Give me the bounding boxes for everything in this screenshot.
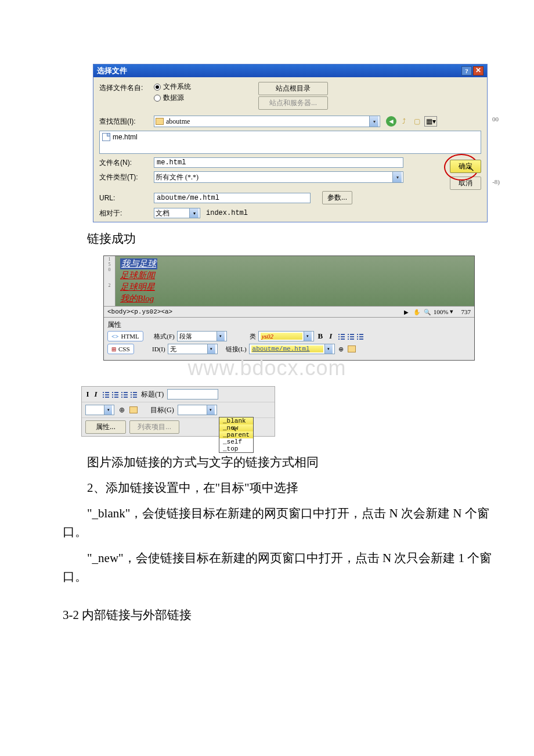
browse-folder-icon[interactable] <box>129 406 138 413</box>
lookin-combo[interactable]: aboutme ▾ <box>154 116 380 127</box>
italic-button[interactable]: I <box>327 332 335 341</box>
paragraph-link-success: 链接成功 <box>87 231 493 247</box>
filetype-combo[interactable]: 所有文件 (*.*) ▾ <box>154 171 403 183</box>
html-mode-button[interactable]: <> HTML <box>107 331 143 341</box>
new-folder-icon[interactable]: ▢ <box>412 116 422 127</box>
close-icon[interactable]: ✕ <box>473 66 484 75</box>
ordered-list-icon[interactable] <box>111 390 119 398</box>
target-dropdown-list[interactable]: _blank _new _parent _self _top ↖ <box>219 417 254 453</box>
ok-button[interactable]: 确定 ↖ <box>450 160 481 173</box>
design-link[interactable]: 我的Blog <box>120 293 157 304</box>
link-value: aboutme/me.html <box>251 345 323 352</box>
dreamweaver-properties-screenshot: 1 5 0 2 我与足球 足球新闻 足球明星 我的Blog <body><p.y… <box>103 255 475 361</box>
link-combo[interactable]: ▾ <box>85 405 114 415</box>
point-to-file-icon[interactable]: ⊕ <box>337 345 345 353</box>
paragraph-new: "_new"，会使链接目标在新建的网页窗口中打开，点击 N 次只会新建 1 个窗… <box>63 549 492 586</box>
target-option-blank[interactable]: _blank <box>219 417 253 424</box>
radio-dot-icon <box>154 84 161 91</box>
bold-button[interactable]: B <box>316 332 324 341</box>
design-link[interactable]: 足球新闻 <box>120 270 157 281</box>
paragraph-image-link: 图片添加链接的方式与文字的链接方式相同 <box>87 454 493 471</box>
chevron-down-icon: ▾ <box>104 405 112 415</box>
file-item-name: me.html <box>113 133 138 141</box>
bold-button[interactable]: I <box>85 390 90 399</box>
ordered-list-icon[interactable] <box>347 332 355 340</box>
chevron-down-icon: ▾ <box>189 208 199 218</box>
format-label: 格式(F) <box>146 332 175 341</box>
radio-empty-icon <box>154 95 161 102</box>
css-mode-button[interactable]: ⊞ CSS <box>107 344 134 354</box>
css-icon: ⊞ <box>111 346 116 352</box>
site-server-button[interactable]: 站点和服务器... <box>258 96 328 110</box>
italic-button[interactable]: I <box>93 390 98 399</box>
view-menu-icon[interactable]: ▦▾ <box>424 116 437 127</box>
filename-label: 文件名(N): <box>99 158 154 168</box>
outdent-icon[interactable] <box>356 332 364 340</box>
cropped-edge-text: 00 <box>492 116 499 123</box>
properties-title: 属性 <box>107 319 471 331</box>
unordered-list-icon[interactable] <box>337 332 345 340</box>
css-label: CSS <box>118 345 130 352</box>
tag-path[interactable]: <body><p.ys02><a> <box>107 308 172 315</box>
radio-datasource[interactable]: 数据源 <box>154 93 223 103</box>
link-input[interactable]: aboutme/me.html ▾ <box>249 344 335 354</box>
target-option-top[interactable]: _top <box>219 445 253 452</box>
radio-filesystem[interactable]: 文件系统 <box>154 82 223 92</box>
tag-selector-bar: <body><p.ys02><a> ▶ ✋ 🔍 100% ▾ 737 <box>104 306 474 318</box>
unordered-list-icon[interactable] <box>102 390 110 398</box>
relativeto-value: 文档 <box>156 208 189 218</box>
file-list[interactable]: me.html <box>99 131 481 154</box>
chevron-down-icon: ▾ <box>324 344 333 354</box>
indent-icon[interactable] <box>129 390 138 398</box>
chevron-down-icon: ▾ <box>217 332 225 341</box>
relativeto-select[interactable]: 文档 ▾ <box>154 208 200 218</box>
back-icon[interactable]: ◄ <box>386 116 396 127</box>
target-select[interactable]: ▾ <box>178 405 217 415</box>
browse-folder-icon[interactable] <box>348 345 356 352</box>
link-label: 链接(L) <box>220 345 247 354</box>
design-link[interactable]: 足球明星 <box>120 282 157 293</box>
page-properties-button[interactable]: 属性... <box>85 420 126 434</box>
title-input[interactable] <box>167 389 218 399</box>
dialog-title-text: 选择文件 <box>97 64 127 77</box>
paragraph-blank: "_blank"，会使链接目标在新建的网页窗口中打开，点击 N 次会新建 N 个… <box>63 505 492 541</box>
chevron-down-icon[interactable]: ▾ <box>450 308 457 316</box>
target-dropdown-screenshot: I I 标题(T) ▾ ⊕ 目标(G) ▾ <box>81 386 275 437</box>
target-label: 目标(G) <box>150 405 174 415</box>
chevron-down-icon: ▾ <box>207 405 215 415</box>
properties-panel: 属性 <> HTML 格式(F) 段落 ▾ 类 ys02 ▾ B I <box>104 318 474 360</box>
radio-ds-label: 数据源 <box>163 93 184 103</box>
up-folder-icon[interactable]: ⤴ <box>399 116 409 127</box>
heading-3-2: 3-2 内部链接与外部链接 <box>63 607 534 623</box>
outdent-icon[interactable] <box>120 390 128 398</box>
size-value: 737 <box>461 308 471 315</box>
design-link-selected[interactable]: 我与足球 <box>120 258 157 269</box>
format-value: 段落 <box>179 332 215 341</box>
id-label: ID(I) <box>136 345 165 352</box>
filetype-value: 所有文件 (*.*) <box>156 172 392 182</box>
params-button[interactable]: 参数... <box>322 191 352 204</box>
help-button[interactable]: ? <box>461 66 472 75</box>
id-select[interactable]: 无 ▾ <box>168 344 218 354</box>
url-input[interactable]: aboutme/me.html <box>154 193 311 203</box>
cursor-icon: ↖ <box>468 164 475 173</box>
filetype-label: 文件类型(T): <box>99 172 154 182</box>
list-items-button[interactable]: 列表项目... <box>129 420 179 434</box>
point-to-file-icon[interactable]: ⊕ <box>118 406 126 415</box>
format-select[interactable]: 段落 ▾ <box>177 331 227 341</box>
target-option-self[interactable]: _self <box>219 438 253 445</box>
filename-input[interactable]: me.html <box>154 157 403 168</box>
dialog-titlebar: 选择文件 ? ✕ <box>93 64 487 77</box>
site-root-button[interactable]: 站点根目录 <box>258 82 328 95</box>
watermark-text: www.bdocx.com <box>0 356 534 380</box>
paragraph-target-intro: 2、添加链接设置中，在"目标"项中选择 <box>87 480 493 496</box>
pointer-tool-icon[interactable]: ▶ <box>402 308 410 316</box>
radio-fs-label: 文件系统 <box>163 82 191 92</box>
zoom-tool-icon[interactable]: 🔍 <box>423 308 431 316</box>
filename-value: me.html <box>157 159 186 167</box>
tag-icon: <> <box>111 333 119 340</box>
hand-tool-icon[interactable]: ✋ <box>413 308 421 316</box>
file-item[interactable]: me.html <box>101 132 159 142</box>
class-select[interactable]: ys02 ▾ <box>258 331 314 341</box>
cropped-edge-text2: -8) <box>492 178 500 185</box>
